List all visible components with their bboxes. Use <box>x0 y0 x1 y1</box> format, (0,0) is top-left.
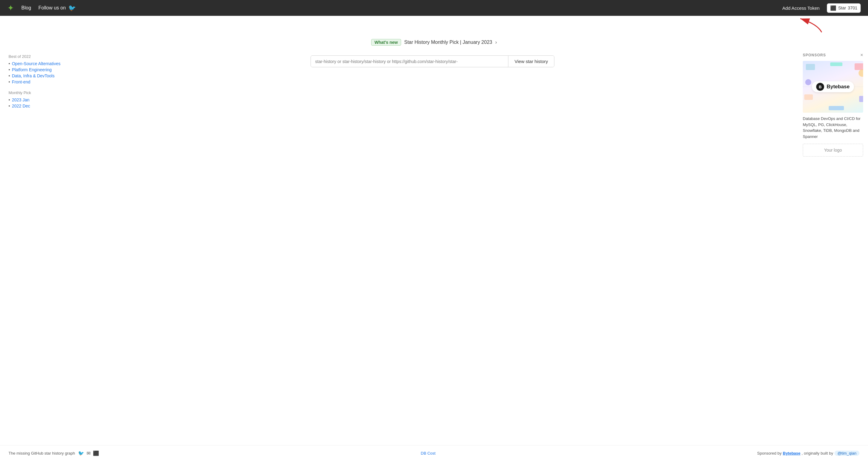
best-of-2022-title: Best of 2022 <box>8 54 61 59</box>
footer-left: The missing GitHub star history graph 🐦 … <box>8 450 99 456</box>
data-infra-devtools-link[interactable]: Data, Infra & DevTools <box>12 73 55 78</box>
main-content: View star history <box>67 53 798 442</box>
best-of-2022-list: Open-Source Alternatives Platform Engine… <box>8 61 61 84</box>
footer-github-icon[interactable]: ⬛ <box>93 450 99 456</box>
footer-tagline: The missing GitHub star history graph <box>8 451 75 456</box>
list-item: Open-Source Alternatives <box>8 61 61 66</box>
header: ✦ Blog Follow us on 🐦 Add Access Token ⬛… <box>0 0 868 16</box>
bytebase-name: Bytebase <box>827 84 850 90</box>
arrow-overlay <box>0 16 868 34</box>
list-item: Front-end <box>8 79 61 84</box>
svg-point-5 <box>859 69 863 77</box>
sponsor-description: Database DevOps and CI/CD for MySQL, PG,… <box>803 116 863 139</box>
whats-new-badge[interactable]: What's new <box>371 39 401 46</box>
your-logo-placeholder[interactable]: Your logo <box>803 144 863 157</box>
footer-icons: 🐦 ✉ ⬛ <box>78 450 99 456</box>
footer: The missing GitHub star history graph 🐦 … <box>0 445 868 461</box>
tim-qian-badge[interactable]: @tim_qian <box>835 451 860 456</box>
whats-new-arrow-icon: › <box>495 40 497 45</box>
bytebase-link[interactable]: Bytebase <box>783 451 801 456</box>
svg-rect-8 <box>829 106 844 110</box>
footer-twitter-icon[interactable]: 🐦 <box>78 450 84 456</box>
star-label: Star <box>838 5 846 10</box>
sponsors-header: SPONSORS × <box>803 53 863 58</box>
list-item: Data, Infra & DevTools <box>8 73 61 78</box>
follow-us-label: Follow us on <box>38 5 66 11</box>
sponsors-close-button[interactable]: × <box>860 53 863 58</box>
footer-center: DB Cost <box>421 451 436 456</box>
sponsor-logo-row: B Bytebase <box>812 81 854 92</box>
whats-new-text: Star History Monthly Pick | January 2023 <box>404 40 492 45</box>
list-item: 2022 Dec <box>8 103 61 108</box>
svg-point-6 <box>805 79 811 85</box>
2023-jan-link[interactable]: 2023 Jan <box>12 97 30 102</box>
blog-link[interactable]: Blog <box>21 5 31 11</box>
svg-rect-7 <box>830 62 842 66</box>
search-bar: View star history <box>311 56 554 67</box>
twitter-icon[interactable]: 🐦 <box>68 4 76 11</box>
search-input[interactable] <box>311 56 508 67</box>
svg-rect-1 <box>806 64 815 70</box>
logo-icon: ✦ <box>7 4 14 12</box>
view-star-history-button[interactable]: View star history <box>508 56 554 67</box>
2022-dec-link[interactable]: 2022 Dec <box>12 103 30 108</box>
list-item: 2023 Jan <box>8 97 61 102</box>
built-by-label: , originally built by <box>802 451 833 456</box>
footer-email-icon[interactable]: ✉ <box>87 450 91 456</box>
monthly-pick-title: Monthly Pick <box>8 91 61 95</box>
sponsored-by-label: Sponsored by <box>757 451 781 456</box>
platform-engineering-link[interactable]: Platform Engineering <box>12 67 52 72</box>
bytebase-pill: B Bytebase <box>812 81 854 92</box>
star-count: 3701 <box>848 5 857 10</box>
follow-us-container: Follow us on 🐦 <box>38 4 76 11</box>
right-sidebar: SPONSORS × B Bytebas <box>798 53 868 442</box>
sidebar: Best of 2022 Open-Source Alternatives Pl… <box>0 53 67 442</box>
svg-rect-4 <box>859 96 863 102</box>
db-cost-link[interactable]: DB Cost <box>421 451 436 456</box>
main-layout: Best of 2022 Open-Source Alternatives Pl… <box>0 49 868 445</box>
github-star-button[interactable]: ⬛ Star 3701 <box>827 3 861 13</box>
list-item: Platform Engineering <box>8 67 61 72</box>
sponsors-title: SPONSORS <box>803 53 826 57</box>
footer-right: Sponsored by Bytebase , originally built… <box>757 451 860 456</box>
svg-rect-3 <box>804 94 813 100</box>
open-source-alternatives-link[interactable]: Open-Source Alternatives <box>12 61 61 66</box>
svg-rect-2 <box>855 63 863 70</box>
monthly-pick-list: 2023 Jan 2022 Dec <box>8 97 61 108</box>
bytebase-icon: B <box>816 83 824 91</box>
add-access-token-button[interactable]: Add Access Token <box>782 5 819 11</box>
github-icon: ⬛ <box>830 5 836 11</box>
front-end-link[interactable]: Front-end <box>12 79 30 84</box>
red-arrow-icon <box>797 17 825 34</box>
whats-new-bar: What's new Star History Monthly Pick | J… <box>0 34 868 49</box>
sponsor-image[interactable]: B Bytebase <box>803 61 863 113</box>
